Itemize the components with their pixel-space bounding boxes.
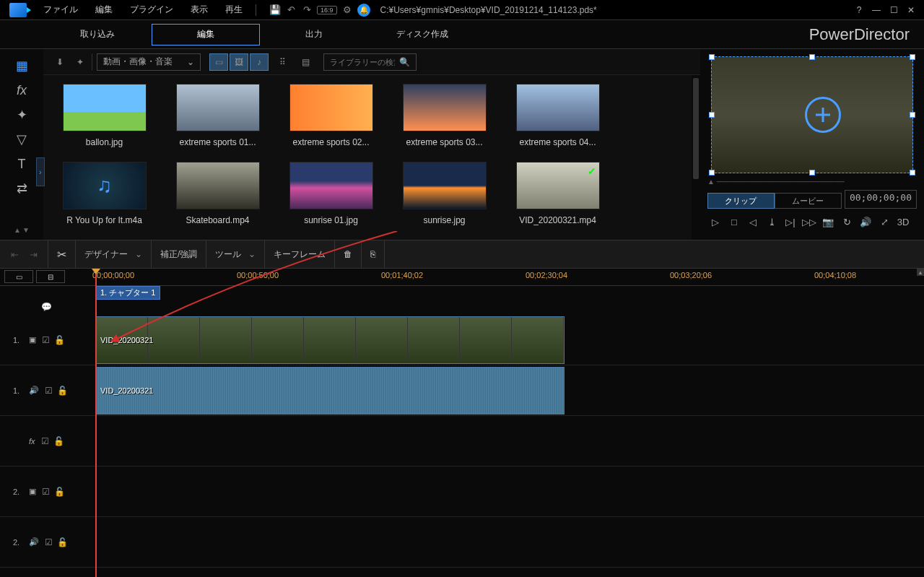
gear-icon[interactable]: ⚙	[341, 4, 353, 16]
filter-audio-icon[interactable]: ♪	[250, 53, 269, 71]
particle-room-icon[interactable]: ▽	[12, 130, 31, 149]
split-right-icon[interactable]: ⇥	[27, 248, 39, 260]
title-room-icon[interactable]: T	[12, 155, 31, 173]
resize-handle[interactable]	[809, 170, 815, 175]
tab-disc[interactable]: ディスク作成	[368, 24, 476, 45]
save-icon[interactable]: 💾	[269, 4, 281, 16]
more-icon[interactable]: ⎘	[370, 249, 375, 259]
prev-frame-icon[interactable]: ◁	[745, 214, 761, 229]
track-lane[interactable]	[92, 467, 924, 516]
visibility-icon[interactable]: ☑	[45, 537, 53, 547]
next-frame-icon[interactable]: ▷|	[783, 214, 798, 229]
resize-handle[interactable]	[709, 54, 715, 60]
cut-icon[interactable]: ✂	[57, 248, 66, 261]
library-scrollbar[interactable]	[692, 75, 700, 240]
menu-edit[interactable]: 編集	[88, 1, 120, 19]
track-header[interactable]: 3.▣☑🔓	[0, 568, 92, 577]
preview-tab-clip[interactable]: クリップ	[707, 193, 775, 209]
designer-button[interactable]: デザイナー	[84, 248, 128, 261]
timeline-scroll-up[interactable]: ▲	[917, 269, 924, 276]
playhead[interactable]	[95, 269, 97, 577]
media-thumbnail[interactable]: extreme sports 04...	[505, 84, 610, 153]
resize-handle[interactable]	[809, 54, 815, 60]
detail-view-icon[interactable]: ▤	[296, 53, 315, 71]
filter-image-icon[interactable]: 🖼	[230, 53, 248, 71]
expand-icon[interactable]: ⤢	[876, 214, 892, 229]
visibility-icon[interactable]: ☑	[45, 386, 53, 396]
import-media-icon[interactable]: ⬇	[51, 53, 69, 71]
chapter-marker[interactable]: 1. チャプター 1	[95, 286, 160, 300]
media-thumbnail[interactable]: sunrise.jpg	[392, 162, 497, 231]
lock-icon[interactable]: 🔓	[57, 537, 68, 547]
comment-track-icon[interactable]: 💬	[0, 299, 92, 315]
media-thumbnail[interactable]: extreme sports 03...	[392, 84, 497, 153]
preview-timecode[interactable]: 00;00;00;00	[845, 190, 917, 209]
transition-room-icon[interactable]: ⇄	[12, 179, 31, 198]
media-filter-dropdown[interactable]: 動画・画像・音楽⌄	[97, 53, 201, 71]
delete-icon[interactable]: 🗑	[344, 249, 352, 259]
sidebar-toggle[interactable]: ›	[36, 157, 45, 186]
resize-handle[interactable]	[910, 54, 915, 60]
menu-play[interactable]: 再生	[218, 1, 250, 19]
tab-output[interactable]: 出力	[260, 24, 368, 45]
menu-file[interactable]: ファイル	[36, 1, 85, 19]
volume-icon[interactable]: 🔊	[858, 214, 873, 229]
close-button[interactable]: ✕	[904, 4, 918, 16]
split-left-icon[interactable]: ⇤	[9, 248, 20, 260]
move-target-icon[interactable]	[805, 97, 841, 133]
track-header[interactable]: 2.▣☑🔓	[0, 467, 92, 516]
lock-icon[interactable]: 🔓	[57, 386, 68, 396]
snapshot-icon[interactable]: 📷	[820, 214, 836, 229]
media-thumbnail[interactable]: sunrise 01.jpg	[279, 162, 383, 231]
maximize-button[interactable]: ☐	[886, 4, 901, 16]
media-thumbnail[interactable]: extreme sports 01...	[165, 84, 270, 153]
media-thumbnail[interactable]: Skateboard.mp4	[165, 162, 270, 231]
media-thumbnail[interactable]: extreme sports 02...	[279, 84, 383, 153]
track-header[interactable]: 1.▣☑🔓	[0, 315, 92, 365]
track-lane[interactable]	[92, 568, 924, 577]
sidebar-down-icon[interactable]: ▼	[22, 226, 30, 234]
tab-import[interactable]: 取り込み	[43, 24, 152, 45]
pip-room-icon[interactable]: ✦	[12, 105, 31, 124]
media-thumbnail[interactable]: ballon.jpg	[52, 84, 157, 153]
sidebar-up-icon[interactable]: ▲	[14, 226, 21, 234]
preview-tab-movie[interactable]: ムービー	[775, 193, 842, 209]
tools-button[interactable]: ツール	[215, 248, 241, 261]
aspect-ratio-badge[interactable]: 16:9	[317, 6, 337, 14]
track-header[interactable]: 1.🔊☑🔓	[0, 365, 92, 415]
media-room-icon[interactable]: ▦	[12, 56, 31, 75]
track-lane[interactable]: VID_20200321	[92, 315, 924, 365]
menu-view[interactable]: 表示	[183, 1, 215, 19]
resize-handle[interactable]	[709, 170, 715, 175]
track-header[interactable]: 2.🔊☑🔓	[0, 517, 92, 567]
track-lane[interactable]	[92, 517, 924, 567]
minimize-button[interactable]: —	[869, 4, 884, 16]
track-lane[interactable]: VID_20200321	[92, 365, 924, 415]
help-icon[interactable]: ?	[852, 4, 866, 16]
track-lane[interactable]	[92, 416, 924, 466]
keyframe-button[interactable]: キーフレーム	[274, 248, 326, 261]
resize-handle[interactable]	[910, 170, 915, 175]
lock-icon[interactable]: 🔓	[54, 335, 65, 345]
visibility-icon[interactable]: ☑	[42, 487, 50, 497]
visibility-icon[interactable]: ☑	[41, 436, 49, 446]
3d-toggle[interactable]: 3D	[895, 214, 911, 229]
lock-icon[interactable]: 🔓	[54, 487, 65, 497]
redo-icon[interactable]: ↷	[301, 4, 313, 16]
filter-video-icon[interactable]: ▭	[209, 53, 228, 71]
fx-room-icon[interactable]: fx	[12, 81, 31, 100]
stop-icon[interactable]: □	[726, 214, 742, 229]
plugin-icon[interactable]: ✦	[74, 53, 92, 71]
rotation-slider[interactable]: ▲ ─────────────────────────	[707, 178, 917, 186]
resize-handle[interactable]	[910, 112, 915, 118]
preview-viewport[interactable]	[711, 56, 913, 173]
play-icon[interactable]: ▷	[707, 214, 723, 229]
fix-enhance-button[interactable]: 補正/強調	[160, 248, 197, 261]
export-icon[interactable]: ⤓	[764, 214, 780, 229]
lock-icon[interactable]: 🔓	[53, 436, 64, 446]
media-thumbnail[interactable]: ✓VID_20200321.mp4	[505, 162, 610, 231]
resize-handle[interactable]	[709, 112, 715, 118]
menu-plugin[interactable]: プラグイン	[123, 1, 180, 19]
timeline-view-icon[interactable]: ▭	[4, 270, 33, 283]
timeline-ruler[interactable]: 00;00;00;0000;00;50;0000;01;40;0200;02;3…	[92, 269, 924, 285]
